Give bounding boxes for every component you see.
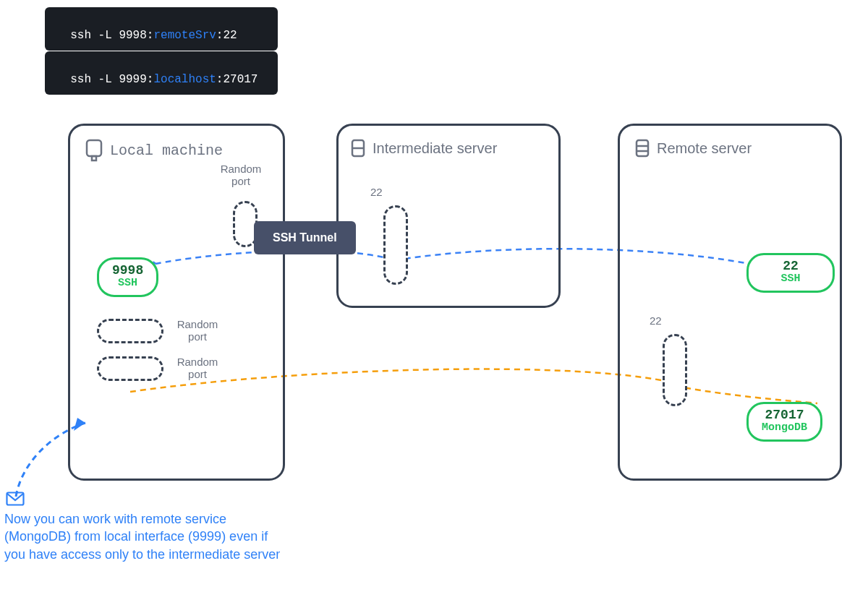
code-host: localhost: [153, 73, 216, 86]
code-text: :27017: [216, 73, 258, 86]
code-text: ssh -L 9999:: [70, 73, 153, 86]
random-port-pill: [97, 356, 163, 381]
local-machine-header: Local machine: [85, 139, 223, 162]
svg-rect-1: [87, 140, 101, 156]
port-22-label: 22: [370, 186, 383, 199]
svg-rect-5: [637, 140, 648, 156]
code-text: ssh -L 9998:: [70, 29, 153, 42]
random-port-pill: [97, 319, 163, 343]
remote-server-header: Remote server: [635, 139, 752, 158]
random-port-label: Random port: [172, 319, 223, 343]
remote-port-27017: 27017 MongoDB: [746, 402, 822, 442]
intermediate-server-header: Intermediate server: [351, 139, 497, 158]
port-22-pill: [383, 205, 408, 285]
code-text: :22: [216, 29, 237, 42]
remote-server-title: Remote server: [657, 140, 752, 157]
remote-port-22: 22 SSH: [746, 253, 835, 293]
server-icon: [351, 139, 365, 158]
local-port-9998: 9998 SSH: [97, 257, 158, 297]
port-22-label: 22: [650, 315, 662, 327]
random-port-label: Random port: [216, 163, 266, 187]
ssh-tunnel-badge: SSH Tunnel: [254, 221, 356, 254]
mail-icon: [6, 492, 25, 506]
local-machine-title: Local machine: [110, 142, 223, 159]
device-icon: [85, 139, 103, 162]
intermediate-server-title: Intermediate server: [373, 140, 497, 157]
server-icon: [635, 139, 650, 158]
random-port-label: Random port: [172, 356, 223, 380]
svg-rect-2: [92, 156, 96, 160]
ssh-command-2: ssh -L 9999:localhost:27017: [45, 51, 278, 95]
code-host: remoteSrv: [153, 29, 216, 42]
ssh-command-1: ssh -L 9998:remoteSrv:22: [45, 7, 278, 51]
explanation-note: Now you can work with remote service (Mo…: [4, 510, 283, 563]
port-22-pill: [663, 334, 687, 406]
